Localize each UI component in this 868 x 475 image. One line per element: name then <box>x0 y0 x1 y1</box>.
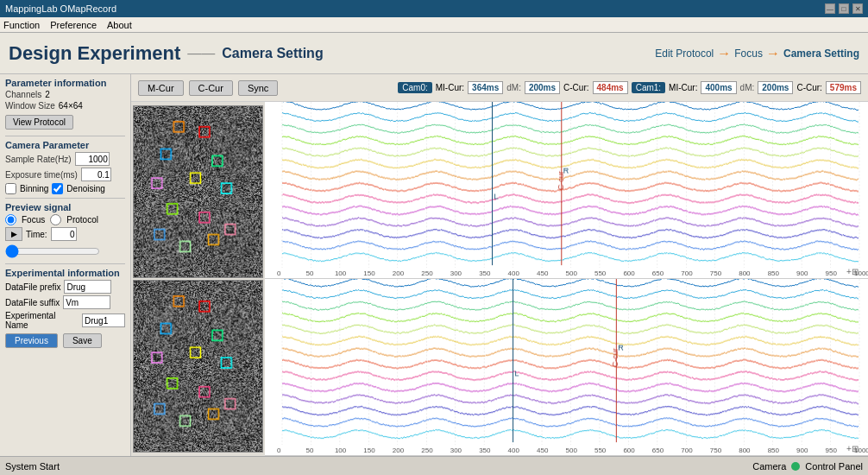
cam-info: Cam0: MI-Cur: 364ms dM: 200ms C-Cur: 484… <box>398 81 861 94</box>
sample-rate-input[interactable] <box>75 152 110 166</box>
cam1-c-label: C-Cur: <box>796 83 821 92</box>
page-title: Design Experiment <box>9 42 180 65</box>
nav-edit-protocol[interactable]: Edit Protocol <box>655 48 714 60</box>
channels-label: Channels <box>5 90 41 99</box>
datafile-suffix-input[interactable] <box>63 295 110 309</box>
datafile-suffix-label: DataFile suffix <box>5 298 60 307</box>
focus-radio[interactable] <box>5 214 16 225</box>
window-size-value: 64×64 <box>59 101 83 111</box>
nav-camera-setting[interactable]: Camera Setting <box>783 48 859 60</box>
view-protocol-button[interactable]: View Protocol <box>5 115 73 130</box>
charts-area <box>131 102 868 456</box>
nav-links: Edit Protocol → Focus → Camera Setting <box>655 46 859 61</box>
chart0-canvas <box>265 102 868 278</box>
cam1-mi-val: 400ms <box>701 81 736 94</box>
images-column <box>131 102 265 456</box>
cam1-mi-label: MI-Cur: <box>669 83 697 92</box>
status-indicator <box>791 462 800 471</box>
cam0-mi-label: MI-Cur: <box>436 83 464 92</box>
nav-focus[interactable]: Focus <box>734 48 763 60</box>
status-text: System Start <box>5 461 60 472</box>
cam0-dm-val: 200ms <box>525 81 560 94</box>
save-button[interactable]: Save <box>63 333 102 348</box>
menu-function[interactable]: Function <box>3 20 40 30</box>
chart1-canvas <box>265 279 868 455</box>
maximize-button[interactable]: □ <box>839 3 849 14</box>
app-title: MappingLab OMapRecord <box>5 3 116 14</box>
time-label: Time: <box>26 230 47 239</box>
exp-info-title: Experimental information <box>5 268 125 278</box>
signal-chart-top <box>265 102 868 279</box>
focus-radio-label: Focus <box>22 215 45 225</box>
cam0-dm-label: dM: <box>506 83 521 92</box>
nav-arrow-1: → <box>717 46 731 61</box>
header: Design Experiment —— Camera Setting Edit… <box>0 33 868 74</box>
cam0-c-label: C-Cur: <box>563 83 588 92</box>
exposure-input[interactable] <box>81 168 111 181</box>
previous-button[interactable]: Previous <box>5 333 58 348</box>
exp-name-label: Experimental Name <box>5 311 79 330</box>
minimize-button[interactable]: — <box>825 3 835 14</box>
left-panel: Parameter information Channels 2 Window … <box>0 74 131 456</box>
cam1-dm-val: 200ms <box>758 81 793 94</box>
cam0-image <box>133 105 263 278</box>
time-input[interactable] <box>51 227 77 241</box>
main-area: Parameter information Channels 2 Window … <box>0 74 868 456</box>
channels-value: 2 <box>45 90 50 99</box>
play-button[interactable]: ▶ <box>5 227 22 241</box>
close-button[interactable]: ✕ <box>852 3 863 14</box>
status-right: Camera Control Panel <box>752 461 863 472</box>
sync-button[interactable]: Sync <box>238 80 278 96</box>
protocol-radio-label: Protocol <box>66 215 98 225</box>
statusbar: System Start Camera Control Panel <box>0 456 868 475</box>
sample-rate-label: Sample Rate(Hz) <box>5 155 72 164</box>
cam1-image <box>133 280 263 453</box>
control-panel-label: Control Panel <box>805 461 863 472</box>
cam0-label: Cam0: <box>398 82 431 93</box>
cam1-c-val: 579ms <box>826 81 861 94</box>
window-controls: — □ ✕ <box>825 3 863 14</box>
denoising-label: Denoising <box>66 184 104 193</box>
time-slider[interactable] <box>5 244 100 258</box>
cam1-label: Cam1: <box>632 82 665 93</box>
header-subtitle: Camera Setting <box>222 46 323 61</box>
cam0-canvas <box>134 106 262 277</box>
camera-param-title: Camera Parameter <box>5 140 125 150</box>
cam0-mi-val: 364ms <box>468 81 503 94</box>
nav-arrow-2: → <box>766 46 780 61</box>
cam0-c-val: 484ms <box>593 81 628 94</box>
ctrl-bar: M-Cur C-Cur Sync Cam0: MI-Cur: 364ms dM:… <box>131 74 868 102</box>
preview-title: Preview signal <box>5 202 125 212</box>
protocol-radio[interactable] <box>50 214 61 225</box>
menubar: Function Preference About <box>0 17 868 33</box>
signals-column <box>265 102 868 456</box>
camera-label: Camera <box>752 461 786 472</box>
m-cur-button[interactable]: M-Cur <box>138 80 184 96</box>
signal-chart-bottom <box>265 279 868 456</box>
header-separator: —— <box>187 46 215 61</box>
param-info-title: Parameter information <box>5 78 125 88</box>
binning-checkbox[interactable] <box>5 183 16 194</box>
datafile-prefix-label: DataFile prefix <box>5 282 60 292</box>
datafile-prefix-input[interactable] <box>64 280 111 294</box>
titlebar: MappingLab OMapRecord — □ ✕ <box>0 0 868 17</box>
center-area: M-Cur C-Cur Sync Cam0: MI-Cur: 364ms dM:… <box>131 74 868 456</box>
denoising-checkbox[interactable] <box>52 183 63 194</box>
exp-name-input[interactable] <box>82 314 125 327</box>
c-cur-button[interactable]: C-Cur <box>189 80 233 96</box>
cam1-dm-label: dM: <box>740 83 755 92</box>
menu-preference[interactable]: Preference <box>50 20 97 30</box>
window-size-label: Window Size <box>5 101 55 111</box>
exposure-label: Exposure time(ms) <box>5 170 78 180</box>
cam1-canvas <box>134 281 262 452</box>
menu-about[interactable]: About <box>107 20 132 30</box>
binning-label: Binning <box>20 184 48 193</box>
